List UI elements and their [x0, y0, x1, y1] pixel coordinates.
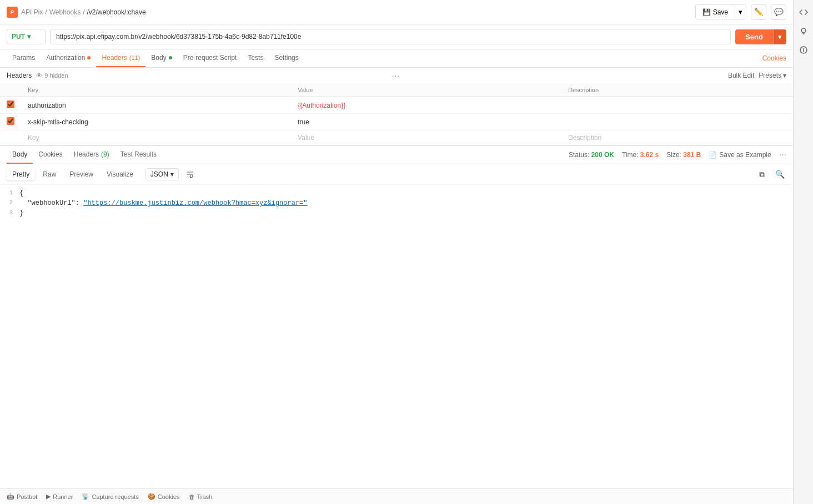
format-preview[interactable]: Preview: [64, 168, 99, 180]
method-select[interactable]: PUT ▾: [7, 29, 46, 44]
row2-checkbox[interactable]: [7, 117, 14, 125]
tab-headers[interactable]: Headers (11): [96, 49, 145, 67]
breadcrumb-sep1: /: [45, 8, 47, 16]
runner-label: Runner: [53, 493, 73, 500]
row2-description[interactable]: [561, 114, 793, 130]
bulk-edit-button[interactable]: Bulk Edit: [728, 72, 754, 79]
breadcrumb-webhooks[interactable]: Webhooks: [49, 8, 81, 16]
postbot-item[interactable]: 🤖 Postbot: [7, 493, 37, 500]
sidebar-info-icon[interactable]: [796, 42, 811, 58]
save-example-button[interactable]: 📄 Save as Example: [709, 151, 771, 159]
tab-tests[interactable]: Tests: [242, 49, 269, 67]
runner-item[interactable]: ▶ Runner: [46, 493, 73, 500]
tab-authorization[interactable]: Authorization: [41, 49, 96, 67]
row2-value[interactable]: true: [291, 114, 561, 130]
top-bar: P API Pix / Webhooks / /v2/webhook/:chav…: [0, 0, 793, 24]
save-example-icon: 📄: [709, 151, 717, 159]
status-bar: 🤖 Postbot ▶ Runner 📡 Capture requests 🍪 …: [0, 488, 793, 504]
response-code-area[interactable]: 1 { 2 "webhookUrl": "https://buskme.just…: [0, 185, 793, 488]
format-pretty[interactable]: Pretty: [7, 168, 35, 180]
col-description: Description: [561, 83, 793, 97]
sidebar-code-icon[interactable]: [796, 4, 811, 20]
breadcrumb: API Pix / Webhooks / /v2/webhook/:chave: [21, 8, 146, 16]
request-tabs: Params Authorization Headers (11) Body P…: [0, 49, 793, 68]
breadcrumb-current: /v2/webhook/:chave: [87, 8, 146, 16]
svg-point-0: [801, 28, 806, 33]
time-label: Time: 3.62 s: [622, 151, 659, 159]
json-format-select[interactable]: JSON ▾: [145, 168, 179, 180]
resp-tab-body[interactable]: Body: [7, 146, 33, 164]
authorization-dot: [87, 56, 91, 59]
trash-item[interactable]: 🗑 Trash: [189, 493, 213, 500]
table-row: authorization {{Authorization}}: [0, 97, 793, 114]
breadcrumb-sep2: /: [83, 8, 84, 16]
tab-pre-request[interactable]: Pre-request Script: [178, 49, 243, 67]
tab-params[interactable]: Params: [7, 49, 41, 67]
response-more-button[interactable]: ···: [779, 150, 786, 160]
comment-icon-button[interactable]: 💬: [771, 4, 786, 20]
more-options-icon[interactable]: ···: [392, 71, 400, 80]
save-dropdown-button[interactable]: ▾: [735, 5, 746, 19]
sidebar-bulb-icon[interactable]: [796, 23, 811, 39]
save-button[interactable]: 💾 Save: [696, 6, 735, 19]
top-bar-right: 💾 Save ▾ ✏️ 💬: [695, 4, 786, 20]
send-dropdown-button[interactable]: ▾: [773, 29, 786, 44]
format-raw[interactable]: Raw: [37, 168, 62, 180]
line-num-2: 2: [0, 199, 19, 206]
cookies-link[interactable]: Cookies: [762, 54, 786, 62]
cookies-status-item[interactable]: 🍪 Cookies: [148, 493, 180, 500]
presets-button[interactable]: Presets ▾: [759, 72, 786, 79]
row2-key[interactable]: x-skip-mtls-checking: [21, 114, 291, 130]
table-row: x-skip-mtls-checking true: [0, 114, 793, 130]
status-value: 200 OK: [591, 151, 614, 159]
col-check: [0, 83, 21, 97]
resp-tab-headers[interactable]: Headers (9): [68, 146, 115, 164]
json-format-dropdown-icon: ▾: [170, 170, 174, 178]
resp-headers-count: (9): [101, 150, 109, 158]
row1-checkbox[interactable]: [7, 100, 14, 108]
resp-tab-cookies[interactable]: Cookies: [33, 146, 68, 164]
empty-key[interactable]: Key: [21, 130, 291, 145]
presets-dropdown-icon: ▾: [783, 72, 786, 79]
tab-body[interactable]: Body: [145, 49, 177, 67]
capture-item[interactable]: 📡 Capture requests: [82, 493, 138, 500]
send-button[interactable]: Send: [735, 29, 773, 44]
capture-label: Capture requests: [92, 493, 138, 500]
code-line-3: 3 }: [0, 209, 793, 219]
trash-label: Trash: [197, 493, 213, 500]
code-line-2: 2 "webhookUrl": "https://buskme.justinbi…: [0, 199, 793, 209]
search-response-button[interactable]: 🔍: [773, 168, 786, 181]
top-bar-left: P API Pix / Webhooks / /v2/webhook/:chav…: [7, 7, 695, 18]
response-tabs-bar: Body Cookies Headers (9) Test Results St…: [0, 146, 793, 164]
col-value: Value: [291, 83, 561, 97]
url-input[interactable]: [50, 29, 731, 44]
save-icon: 💾: [702, 8, 711, 16]
response-section: Body Cookies Headers (9) Test Results St…: [0, 146, 793, 488]
code-brace-close: }: [19, 209, 793, 217]
row1-key[interactable]: authorization: [21, 97, 291, 114]
code-url-value[interactable]: "https://buskme.justinbiz.com/webhook?hm…: [83, 199, 307, 207]
copy-button[interactable]: ⧉: [755, 168, 769, 181]
wrap-button[interactable]: [183, 168, 197, 181]
row1-value[interactable]: {{Authorization}}: [291, 97, 561, 114]
empty-value[interactable]: Value: [291, 130, 561, 145]
status-label: Status: 200 OK: [569, 151, 614, 159]
headers-label: Headers: [7, 72, 32, 79]
resp-toolbar-right: ⧉ 🔍: [755, 168, 786, 181]
tab-settings[interactable]: Settings: [269, 49, 304, 67]
response-status: Status: 200 OK Time: 3.62 s Size: 381 B …: [569, 150, 786, 160]
postbot-icon: 🤖: [7, 493, 14, 500]
format-visualize[interactable]: Visualize: [101, 168, 139, 180]
code-key-webhookurl: "webhookUrl": "https://buskme.justinbiz.…: [19, 199, 793, 207]
runner-icon: ▶: [46, 493, 51, 500]
app-icon: P: [7, 7, 18, 18]
edit-icon-button[interactable]: ✏️: [751, 4, 766, 20]
headers-table: Key Value Description authorization {{Au…: [0, 83, 793, 145]
col-key: Key: [21, 83, 291, 97]
resp-tab-test-results[interactable]: Test Results: [115, 146, 162, 164]
json-format-label: JSON: [150, 170, 168, 178]
postbot-label: Postbot: [17, 493, 37, 500]
empty-description[interactable]: Description: [561, 130, 793, 145]
row1-description[interactable]: [561, 97, 793, 114]
breadcrumb-api-pix[interactable]: API Pix: [21, 8, 43, 16]
